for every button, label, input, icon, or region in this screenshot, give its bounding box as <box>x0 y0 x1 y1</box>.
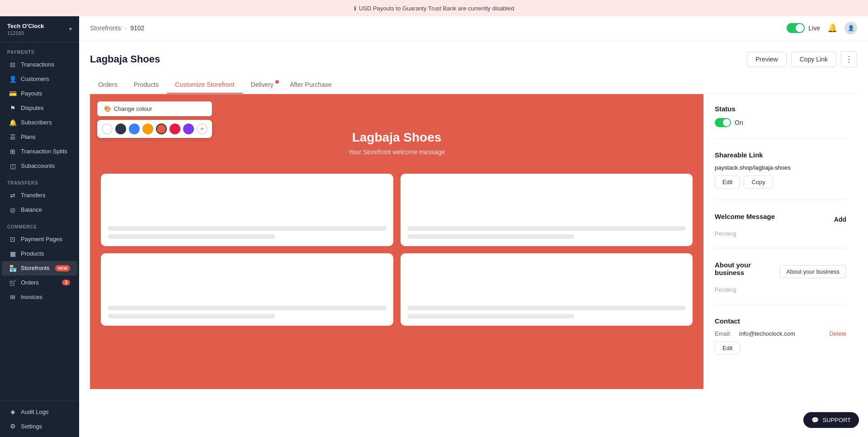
swatch-dark[interactable] <box>115 124 126 134</box>
sidebar-label-customers: Customers <box>21 76 49 82</box>
section-payments-label: PAYMENTS <box>0 43 79 57</box>
live-toggle-switch[interactable] <box>787 23 805 33</box>
plans-icon: ☰ <box>9 133 16 141</box>
audit-logs-icon: ◈ <box>9 408 16 415</box>
disputes-icon: ⚑ <box>9 104 16 112</box>
info-icon: ℹ <box>354 5 356 12</box>
contact-title: Contact <box>715 317 846 325</box>
invoices-icon: ✉ <box>9 294 16 301</box>
about-business-header: About your business About your business <box>715 261 846 282</box>
sidebar-label-transaction-splits: Transaction Splits <box>21 148 67 155</box>
sidebar-item-products[interactable]: ▦ Products <box>2 247 77 261</box>
sidebar-item-transfers[interactable]: ⇄ Transfers <box>2 188 77 203</box>
tab-products[interactable]: Products <box>126 76 167 94</box>
contact-delete-button[interactable]: Delete <box>829 330 846 337</box>
sidebar-item-orders[interactable]: 🛒 Orders 3 <box>2 276 77 290</box>
orders-icon: 🛒 <box>9 279 16 286</box>
sidebar-label-transactions: Transactions <box>21 61 54 68</box>
tab-after-purchase-label: After Purchase <box>290 81 332 88</box>
transaction-splits-icon: ⊞ <box>9 148 16 155</box>
breadcrumb-current: 9102 <box>130 24 144 32</box>
sidebar-item-payouts[interactable]: 💳 Payouts <box>2 86 77 101</box>
company-name: Tech O'Clock <box>7 23 44 30</box>
swatch-blue[interactable] <box>129 124 140 134</box>
sidebar-item-invoices[interactable]: ✉ Invoices <box>2 290 77 304</box>
sidebar-label-invoices: Invoices <box>21 294 42 300</box>
shareable-link-title: Shareable Link <box>715 151 846 159</box>
swatch-white[interactable] <box>102 124 113 134</box>
top-bar: Storefronts › 9102 Live 🔔 👤 <box>79 16 868 40</box>
contact-edit-button[interactable]: Edit <box>715 342 740 355</box>
change-colour-button[interactable]: 🎨 Change colour <box>97 101 212 116</box>
tab-orders[interactable]: Orders <box>90 76 126 94</box>
breadcrumb-separator: › <box>124 24 127 32</box>
about-business-value: Pending <box>715 286 846 293</box>
tab-delivery[interactable]: Delivery <box>243 76 282 94</box>
welcome-message-add-button[interactable]: Add <box>834 216 846 223</box>
sidebar-header[interactable]: Tech O'Clock 112193 ▾ <box>0 16 79 43</box>
transfers-icon: ⇄ <box>9 192 16 199</box>
sidebar-label-transfers: Transfers <box>21 192 45 199</box>
product-card-line-7 <box>408 306 686 310</box>
tab-after-purchase[interactable]: After Purchase <box>282 76 340 94</box>
about-business-button[interactable]: About your business <box>779 265 846 278</box>
sidebar-item-subscribers[interactable]: 🔔 Subscribers <box>2 115 77 130</box>
shareable-link-section: Shareable Link paystack.shop/lagbaja-sho… <box>715 151 846 200</box>
product-card-line-8 <box>408 314 575 318</box>
swatch-orange[interactable] <box>142 124 153 134</box>
sidebar-item-storefronts[interactable]: 🏪 Storefronts New <box>2 261 77 276</box>
sidebar-item-disputes[interactable]: ⚑ Disputes <box>2 101 77 115</box>
sidebar-item-audit-logs[interactable]: ◈ Audit Logs <box>2 404 77 419</box>
sidebar-item-transactions[interactable]: ⊟ Transactions <box>2 57 77 72</box>
breadcrumb-parent[interactable]: Storefronts <box>90 24 121 32</box>
change-colour-label: Change colour <box>114 105 152 112</box>
top-banner: ℹ USD Payouts to Guaranty Trust Bank are… <box>0 0 868 16</box>
status-section-title: Status <box>715 105 846 113</box>
notification-bell-icon[interactable]: 🔔 <box>827 23 837 33</box>
swatch-pink[interactable] <box>170 124 180 134</box>
page-header: Lagbaja Shoes Preview Copy Link ⋮ <box>90 51 857 67</box>
swatch-purple[interactable] <box>183 124 194 134</box>
storefronts-icon: 🏪 <box>9 265 16 272</box>
orders-count-badge: 3 <box>62 280 70 285</box>
sidebar-item-settings[interactable]: ⚙ Settings <box>2 419 77 433</box>
user-avatar[interactable]: 👤 <box>844 22 857 34</box>
sidebar-item-subaccounts[interactable]: ◫ Subaccounts <box>2 159 77 173</box>
swatch-red[interactable] <box>156 124 167 134</box>
breadcrumb: Storefronts › 9102 <box>90 24 144 32</box>
preview-button[interactable]: Preview <box>747 52 787 67</box>
sidebar-label-plans: Plans <box>21 133 36 140</box>
settings-icon: ⚙ <box>9 423 16 430</box>
swatch-add[interactable]: + <box>197 124 208 134</box>
edit-link-button[interactable]: Edit <box>715 176 740 189</box>
section-transfers-label: TRANSFERS <box>0 173 79 188</box>
tab-orders-label: Orders <box>98 81 118 88</box>
copy-link-btn[interactable]: Copy <box>744 176 773 189</box>
sidebar-item-payment-pages[interactable]: ⊡ Payment Pages <box>2 232 77 247</box>
sidebar-item-customers[interactable]: 👤 Customers <box>2 72 77 86</box>
right-panel: Status On Shareable Link paystack.shop/l… <box>703 94 857 389</box>
support-button[interactable]: 💬 SUPPORT <box>803 412 859 428</box>
copy-link-button[interactable]: Copy Link <box>791 52 836 67</box>
page-title: Lagbaja Shoes <box>90 53 160 65</box>
payment-pages-icon: ⊡ <box>9 236 16 243</box>
tab-customize-storefront[interactable]: Customize Storefront <box>167 76 243 94</box>
status-toggle[interactable] <box>715 118 731 127</box>
storefront-preview: 🎨 Change colour + <box>90 94 703 389</box>
live-toggle-area: Live <box>787 23 820 33</box>
sidebar-label-orders: Orders <box>21 279 39 286</box>
banner-text: USD Payouts to Guaranty Trust Bank are c… <box>359 5 514 12</box>
shareable-link-prefix: paystack.shop/ <box>715 164 754 171</box>
main-content: Storefronts › 9102 Live 🔔 👤 Lagbaja Shoe… <box>79 16 868 437</box>
sidebar-label-balance: Balance <box>21 206 42 213</box>
sidebar-item-transaction-splits[interactable]: ⊞ Transaction Splits <box>2 144 77 159</box>
tab-customize-storefront-label: Customize Storefront <box>175 81 235 88</box>
sidebar-item-plans[interactable]: ☰ Plans <box>2 130 77 144</box>
welcome-message-title: Welcome Message <box>715 213 775 220</box>
color-picker-bar: 🎨 Change colour + <box>97 101 212 138</box>
sidebar-item-balance[interactable]: ◎ Balance <box>2 203 77 217</box>
sidebar-label-products: Products <box>21 250 44 257</box>
subaccounts-icon: ◫ <box>9 162 16 170</box>
more-options-button[interactable]: ⋮ <box>841 51 857 67</box>
product-card-line-2 <box>108 234 275 239</box>
